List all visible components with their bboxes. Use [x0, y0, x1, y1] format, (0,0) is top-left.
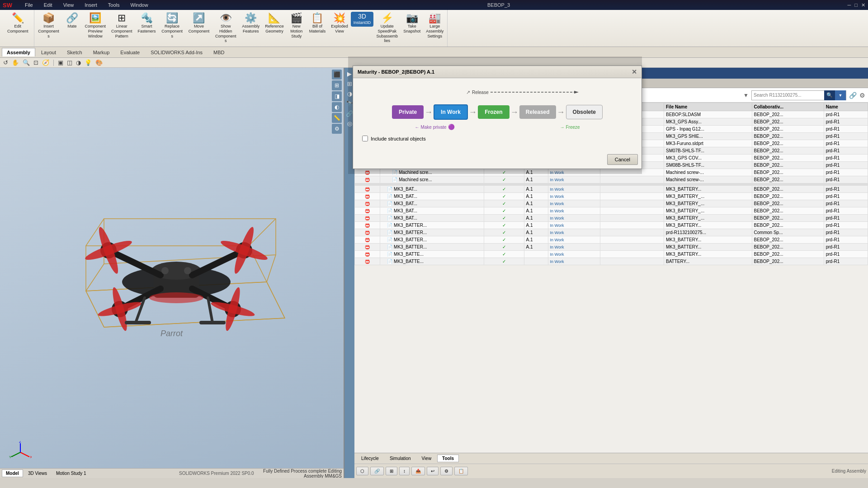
- table-row[interactable]: 📛 📄 MK3_BATTER... ✓ A.1 In Work MK3_BATT…: [355, 236, 868, 244]
- menu-window[interactable]: Window: [129, 1, 150, 9]
- svg-line-39: [11, 452, 20, 457]
- exploded-view-btn[interactable]: 💥 ExplodedView: [328, 12, 351, 35]
- table-row[interactable]: 📛 📄 MK3_BAT... ✓ A.1 In Work MK3_BATTERY…: [355, 200, 868, 207]
- instant3d-btn[interactable]: 3D Instant3D: [351, 12, 374, 27]
- modal-close-btn[interactable]: ✕: [632, 68, 637, 75]
- view-orient-btn[interactable]: 🧭: [41, 59, 51, 66]
- menu-edit[interactable]: Edit: [42, 1, 54, 9]
- zoom-fit-btn[interactable]: ⊡: [32, 59, 40, 66]
- model-tab[interactable]: Model: [2, 469, 23, 477]
- table-row[interactable]: 📛 📄 MK3_BAT... ✓ A.1 In Work MK3_BATTERY…: [355, 186, 868, 193]
- pan-btn[interactable]: ✋: [10, 59, 20, 66]
- rp-btn-6[interactable]: ↩: [427, 467, 439, 475]
- new-motion-study-btn[interactable]: 🎬 NewMotionStudy: [287, 12, 307, 40]
- btab-view[interactable]: View: [417, 455, 437, 462]
- structural-objects-checkbox[interactable]: [362, 136, 368, 141]
- tab-mbd[interactable]: MBD: [208, 48, 229, 56]
- vp-icon-cube[interactable]: ⬛: [332, 70, 342, 80]
- tab-addins[interactable]: SOLIDWORKS Add-Ins: [146, 48, 208, 56]
- table-row[interactable]: 📛 📄 MK3_BATTER... ✓ A.1 In Work prd-R113…: [355, 229, 868, 236]
- display-style-btn[interactable]: ◫: [66, 59, 74, 66]
- menu-tools[interactable]: Tools: [106, 1, 122, 9]
- replace-components-btn[interactable]: 🔄 ReplaceComponents: [159, 12, 186, 40]
- row-collab: BEBOP_202...: [752, 236, 824, 244]
- make-private-label[interactable]: Make private: [420, 125, 446, 130]
- rp-btn-8[interactable]: 📋: [454, 467, 468, 475]
- cancel-button[interactable]: Cancel: [607, 154, 638, 165]
- update-speedpak-btn[interactable]: ⚡ UpdateSpeedPakSubassemblies: [373, 12, 401, 45]
- insert-components-btn[interactable]: 📦 InsertComponents: [35, 12, 62, 40]
- btab-lifecycle[interactable]: Lifecycle: [356, 455, 384, 462]
- table-row[interactable]: 📛 📄 MK3_BATTER... ✓ A.1 In Work MK3_BATT…: [355, 222, 868, 229]
- settings-icon[interactable]: ⚙: [859, 92, 865, 99]
- row-desc: [600, 215, 664, 222]
- reference-geometry-btn[interactable]: 📐 ReferenceGeometry: [262, 12, 287, 35]
- component-preview-btn[interactable]: 🖼️ ComponentPreviewWindow: [82, 12, 109, 40]
- freeze-label[interactable]: Freeze: [566, 125, 580, 130]
- rotate-btn[interactable]: ↺: [2, 59, 9, 66]
- zoom-btn[interactable]: 🔍: [21, 59, 31, 66]
- table-row[interactable]: 📛 📄 MK3_BAT... ✓ A.1 In Work MK3_BATTERY…: [355, 215, 868, 222]
- hide-show-btn[interactable]: ◑: [75, 59, 82, 66]
- smart-fasteners-btn[interactable]: 🔩 SmartFasteners: [135, 12, 159, 35]
- maximize-btn[interactable]: □: [854, 2, 858, 8]
- 3dviews-tab[interactable]: 3D Views: [24, 469, 51, 477]
- bill-of-materials-btn[interactable]: 📋 Bill ofMaterials: [307, 12, 329, 35]
- rp-btn-7[interactable]: ⚙: [440, 467, 453, 475]
- vp-icon-layout[interactable]: ⊞: [332, 80, 342, 90]
- move-component-btn[interactable]: ↗️ MoveComponent: [186, 12, 212, 35]
- menu-insert[interactable]: Insert: [83, 1, 99, 9]
- table-row[interactable]: 📛 📄 Machined scre... ✓ A.1 In Work Machi…: [355, 176, 868, 183]
- take-snapshot-btn[interactable]: 📷 TakeSnapshot: [401, 12, 423, 35]
- lighting-btn[interactable]: 💡: [83, 59, 93, 66]
- state-obsolete-btn[interactable]: Obsolete: [566, 105, 603, 119]
- btab-tools[interactable]: Tools: [437, 455, 459, 462]
- tab-assembly[interactable]: Assembly: [2, 48, 35, 56]
- row-desc: [600, 222, 664, 229]
- tab-markup[interactable]: Markup: [88, 48, 115, 56]
- close-btn[interactable]: ✕: [861, 2, 865, 8]
- appearance-btn[interactable]: 🎨: [94, 59, 104, 66]
- assembly-features-btn[interactable]: ⚙️ AssemblyFeatures: [239, 12, 262, 35]
- rp-btn-1[interactable]: ⬡: [356, 467, 368, 475]
- state-inwork-btn[interactable]: In Work: [434, 104, 468, 120]
- tab-layout[interactable]: Layout: [36, 48, 61, 56]
- row-maturity: In Work: [548, 193, 600, 200]
- search-input[interactable]: [752, 93, 824, 98]
- rp-btn-4[interactable]: ↕: [399, 467, 410, 475]
- motion-study-tab[interactable]: Motion Study 1: [52, 469, 90, 477]
- rp-btn-3[interactable]: ⊞: [386, 467, 397, 475]
- table-row[interactable]: 📛 📄 MK3_BATTER... ✓ A.1 In Work MK3_BATT…: [355, 244, 868, 251]
- table-row[interactable]: 📛 📄 MK3_BAT... ✓ A.1 In Work MK3_BATTERY…: [355, 207, 868, 215]
- viewport-3d[interactable]: Parrot X Y Z ⬛ ⊞ ◨ ◐ 📏 ⚙: [0, 68, 344, 478]
- vp-icon-section[interactable]: ◨: [332, 91, 342, 101]
- btab-simulation[interactable]: Simulation: [385, 455, 416, 462]
- search-dropdown[interactable]: ▼: [835, 90, 846, 100]
- connect-icon[interactable]: 🔗: [849, 92, 857, 99]
- vp-icon-settings[interactable]: ⚙: [332, 124, 342, 134]
- expand-session-icon[interactable]: ▼: [743, 92, 749, 99]
- row-component-name: 📄 MK3_BATTER...: [380, 244, 484, 251]
- state-private-btn[interactable]: Private: [392, 105, 424, 119]
- tab-sketch[interactable]: Sketch: [62, 48, 87, 56]
- rp-btn-2[interactable]: 🔗: [370, 467, 384, 475]
- vp-icon-measure[interactable]: 📏: [332, 113, 342, 123]
- tab-evaluate[interactable]: Evaluate: [115, 48, 145, 56]
- state-frozen-btn[interactable]: Frozen: [478, 105, 509, 119]
- edit-component-btn[interactable]: ✏️ EditComponent: [5, 12, 31, 35]
- mate-btn[interactable]: 🔗 Mate: [62, 12, 82, 30]
- menu-view[interactable]: View: [61, 1, 76, 9]
- large-assembly-btn[interactable]: 🏭 LargeAssemblySettings: [423, 12, 446, 40]
- view-section-btn[interactable]: ▣: [57, 59, 65, 66]
- table-row[interactable]: 📛 📄 MK3_BAT... ✓ A.1 In Work MK3_BATTERY…: [355, 193, 868, 200]
- minimize-btn[interactable]: ─: [848, 2, 851, 8]
- table-row[interactable]: 📛 📄 MK3_BATTE... ✓ In Work MK3_BATTERY..…: [355, 251, 868, 258]
- state-released-btn[interactable]: Released: [519, 105, 556, 119]
- search-button[interactable]: 🔍: [824, 90, 835, 100]
- vp-icon-appearance[interactable]: ◐: [332, 102, 342, 112]
- rp-btn-5[interactable]: 📤: [411, 467, 425, 475]
- table-row[interactable]: 📛 📄 MK3_BATTE... ✓ In Work BATTERY... BE…: [355, 258, 868, 265]
- show-hidden-btn[interactable]: 👁️ ShowHiddenComponents: [212, 12, 239, 45]
- linear-pattern-btn[interactable]: ⊞ LinearComponentPattern: [108, 12, 135, 40]
- menu-file[interactable]: File: [23, 1, 35, 9]
